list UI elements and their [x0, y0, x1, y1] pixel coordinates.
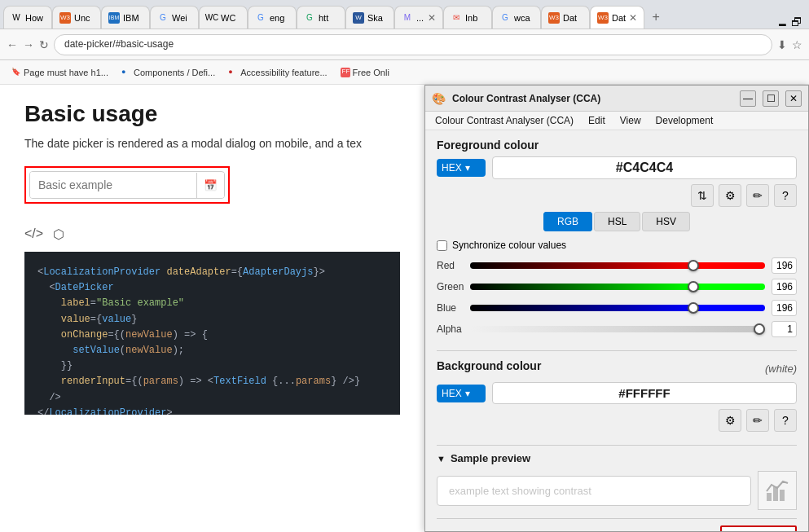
- tab-ska[interactable]: W Ska: [345, 6, 394, 29]
- swap-colors-button[interactable]: ⇅: [691, 184, 714, 207]
- tab-ibm[interactable]: IBM IBM: [101, 6, 150, 29]
- menu-edit[interactable]: Edit: [582, 113, 612, 128]
- tab-google1[interactable]: G Wei: [150, 6, 199, 29]
- sync-checkbox[interactable]: [437, 240, 447, 251]
- bookmark-icon[interactable]: ☆: [792, 38, 802, 51]
- refresh-icon[interactable]: ↻: [39, 38, 49, 51]
- code-view-icon[interactable]: </>: [24, 226, 43, 242]
- bookmark-label-ff: Free Onli: [353, 68, 389, 77]
- contrast-ratio-box: Contrast ratio 1.7:1: [720, 525, 797, 531]
- sample-content: example text showing contrast: [437, 471, 797, 510]
- background-action-icons: ⚙ ✏ ?: [437, 409, 797, 432]
- back-icon[interactable]: ←: [7, 38, 18, 51]
- date-input[interactable]: [30, 172, 196, 198]
- background-white-label: (white): [765, 363, 797, 375]
- foreground-hex-dropdown[interactable]: HEX ▾: [437, 159, 486, 177]
- forward-icon[interactable]: →: [23, 38, 34, 51]
- background-label: Background colour: [437, 359, 541, 372]
- blue-slider[interactable]: [470, 305, 765, 311]
- address-input[interactable]: date-picker/#basic-usage: [54, 34, 772, 55]
- foreground-section: Foreground colour HEX ▾ #C4C4C4 ⇅ ⚙ ✏ ?: [437, 138, 797, 342]
- wcag-header: WCAG 2.1 results Contrast ratio 1.7:1: [437, 525, 797, 531]
- tab-favicon-wc: WC: [206, 12, 218, 24]
- webpage-content: Basic usage The date picker is rendered …: [0, 85, 424, 431]
- menu-development[interactable]: Development: [649, 113, 720, 128]
- alpha-value[interactable]: 1: [772, 321, 797, 337]
- red-value[interactable]: 196: [772, 257, 797, 274]
- bookmark-components[interactable]: ● Components / Defi...: [117, 66, 220, 79]
- tab-hsv[interactable]: HSV: [642, 212, 690, 231]
- code-line-9: />: [37, 390, 387, 406]
- 3d-icon[interactable]: ⬡: [53, 226, 64, 242]
- tab-rgb[interactable]: RGB: [543, 212, 592, 231]
- calendar-button[interactable]: 📅: [196, 173, 224, 198]
- foreground-hex-row: HEX ▾ #C4C4C4: [437, 156, 797, 179]
- tab-dat2[interactable]: W3 Dat ✕: [590, 6, 644, 29]
- tab-dat1[interactable]: W3 Dat: [541, 6, 590, 29]
- date-input-container: 📅: [24, 166, 230, 204]
- red-slider[interactable]: [470, 262, 765, 269]
- green-slider[interactable]: [470, 284, 764, 290]
- cca-maximize-button[interactable]: ☐: [763, 90, 779, 107]
- code-line-8: renderInput={(params) => <TextField {...…: [37, 374, 387, 389]
- foreground-hex-value[interactable]: #C4C4C4: [492, 156, 797, 179]
- tab-m[interactable]: M ... ✕: [394, 6, 443, 29]
- bg-help-button[interactable]: ?: [774, 409, 797, 432]
- tab-close-m[interactable]: ✕: [428, 12, 436, 24]
- bookmark-accessibility[interactable]: ● Accessibility feature...: [223, 66, 332, 79]
- bookmark-favicon-ff: FF: [341, 68, 350, 77]
- color-mode-tabs: RGB HSL HSV: [437, 212, 797, 231]
- eyedropper-button[interactable]: ✏: [746, 184, 769, 207]
- bookmark-page-h1[interactable]: 🔖 Page must have h1...: [7, 66, 113, 79]
- tab-http[interactable]: G htt: [297, 6, 345, 29]
- tab-w3[interactable]: W3 Unc: [52, 6, 101, 29]
- sample-preview-label: Sample preview: [451, 452, 530, 464]
- tab-label-how: How: [25, 13, 45, 23]
- tab-wc[interactable]: WC WC: [199, 6, 248, 29]
- bg-tune-button[interactable]: ⚙: [719, 409, 741, 432]
- cca-minimize-button[interactable]: —: [740, 90, 756, 107]
- help-button[interactable]: ?: [774, 184, 797, 207]
- tab-hsl[interactable]: HSL: [594, 212, 640, 231]
- restore-browser-icon[interactable]: 🗗: [791, 15, 802, 29]
- cca-close-button[interactable]: ✕: [785, 90, 802, 107]
- menu-view[interactable]: View: [613, 113, 648, 128]
- hex-dropdown-label: HEX: [442, 162, 462, 174]
- minimize-browser-icon[interactable]: 🗕: [776, 15, 788, 29]
- tab-inbox[interactable]: ✉ Inb: [443, 6, 492, 29]
- blue-value[interactable]: 196: [772, 300, 797, 316]
- green-label: Green: [437, 281, 464, 292]
- tab-wca[interactable]: G wca: [492, 6, 541, 29]
- tab-close-dat2[interactable]: ✕: [629, 12, 637, 24]
- sample-collapse-toggle[interactable]: ▼: [437, 454, 446, 464]
- bookmark-favicon-acc: ●: [228, 68, 238, 77]
- bg-hex-dropdown-arrow: ▾: [465, 388, 470, 399]
- alpha-slider[interactable]: [470, 326, 765, 332]
- background-hex-value[interactable]: #FFFFFF: [492, 382, 797, 404]
- sample-chart-icon: [758, 471, 797, 510]
- tab-google2[interactable]: G eng: [248, 6, 297, 29]
- bookmark-free[interactable]: FF Free Onli: [336, 66, 394, 79]
- green-value[interactable]: 196: [772, 279, 797, 295]
- tab-favicon-dat1: W3: [548, 12, 560, 24]
- menu-cca[interactable]: Colour Contrast Analyser (CCA): [429, 113, 580, 128]
- tab-favicon-w3: W3: [59, 12, 71, 24]
- tune-button[interactable]: ⚙: [719, 184, 741, 207]
- background-hex-dropdown[interactable]: HEX ▾: [437, 385, 486, 402]
- code-block: <LocalizationProvider dateAdapter={Adapt…: [24, 252, 400, 415]
- foreground-action-icons: ⇅ ⚙ ✏ ?: [437, 184, 797, 207]
- date-input-wrapper: 📅: [29, 171, 225, 199]
- tab-favicon-g2: G: [255, 12, 266, 24]
- tab-how[interactable]: W How: [3, 6, 52, 29]
- bookmark-favicon-comp: ●: [121, 68, 131, 77]
- tab-favicon-inbox: ✉: [451, 12, 462, 24]
- main-area: Basic usage The date picker is rendered …: [0, 85, 809, 532]
- download-icon[interactable]: ⬇: [777, 38, 787, 51]
- alpha-slider-row: Alpha 1: [437, 321, 797, 337]
- red-slider-row: Red 196: [437, 257, 797, 274]
- tab-add-button[interactable]: +: [644, 6, 667, 29]
- bg-eyedropper-button[interactable]: ✏: [746, 409, 769, 432]
- background-hex-row: HEX ▾ #FFFFFF: [437, 382, 797, 404]
- code-line-4: value={value}: [37, 312, 387, 328]
- cca-titlebar: 🎨 Colour Contrast Analyser (CCA) — ☐ ✕: [425, 86, 808, 112]
